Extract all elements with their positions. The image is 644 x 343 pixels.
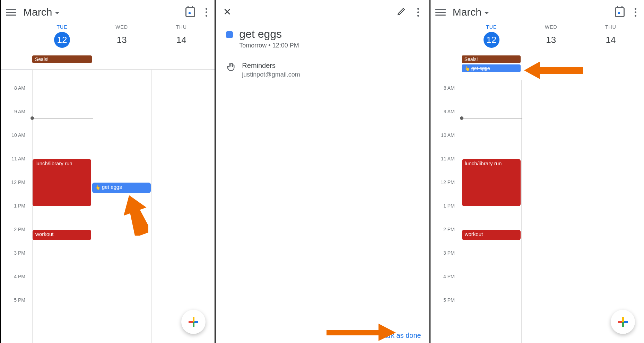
time-grid[interactable]: 8 AM 9 AM 10 AM 11 AM 12 PM 1 PM 2 PM 3 … [430, 80, 644, 343]
reminder-subtitle: Tomorrow • 12:00 PM [239, 42, 299, 49]
allday-row: Seals! [32, 55, 211, 63]
calendar-panel-before: March TUE 12 WED 13 THU 14 Seals! [0, 0, 215, 343]
plus-icon [618, 317, 628, 327]
month-picker[interactable]: March [453, 6, 489, 18]
svg-marker-2 [378, 324, 396, 341]
grid-col-thu [581, 80, 641, 343]
reminder-get-eggs[interactable]: 👆get eggs [92, 183, 151, 193]
reminders-account-icon [226, 62, 236, 71]
month-label: March [453, 6, 481, 18]
reminder-color-chip [226, 31, 233, 38]
annotation-arrow [124, 194, 148, 237]
event-workout[interactable]: workout [462, 230, 521, 240]
svg-marker-0 [124, 194, 148, 236]
day-header-wed[interactable]: WED 13 [521, 24, 581, 48]
current-time-indicator [32, 118, 93, 118]
chevron-down-icon [55, 12, 60, 14]
menu-icon[interactable] [6, 7, 16, 17]
create-fab[interactable] [181, 310, 206, 334]
grid-col-tue: lunch/library run workout [32, 70, 92, 343]
annotation-arrow [327, 324, 396, 342]
svg-marker-3 [524, 62, 583, 79]
plus-icon [189, 317, 198, 327]
current-time-indicator [462, 118, 522, 118]
detail-overflow-menu-icon[interactable] [415, 7, 422, 17]
allday-event-seals[interactable]: Seals! [462, 55, 521, 63]
calendar-panel-after: March TUE 12 WED 13 THU 14 Seals! [429, 0, 644, 343]
reminder-get-eggs-done[interactable]: 👆get eggs [462, 64, 521, 72]
day-header-row: TUE 12 WED 13 THU 14 [462, 24, 641, 48]
grid-col-thu [151, 70, 211, 343]
day-header-tue[interactable]: TUE 12 [462, 24, 521, 48]
day-header-tue[interactable]: TUE 12 [32, 24, 92, 48]
grid-col-tue: lunch/library run workout [462, 80, 521, 343]
reminder-icon: 👆 [464, 66, 470, 71]
month-picker[interactable]: March [23, 6, 60, 18]
reminder-icon: 👆 [95, 185, 101, 190]
svg-rect-1 [327, 330, 378, 335]
menu-icon[interactable] [435, 7, 446, 17]
chevron-down-icon [484, 12, 489, 14]
today-icon[interactable] [185, 7, 195, 17]
annotation-arrow [524, 62, 583, 80]
hour-labels: 8 AM 9 AM 10 AM 11 AM 12 PM 1 PM 2 PM 3 … [1, 69, 29, 343]
event-lunch[interactable]: lunch/library run [462, 159, 521, 206]
event-lunch[interactable]: lunch/library run [33, 159, 91, 206]
account-label: Reminders [242, 62, 300, 70]
overflow-menu-icon[interactable] [632, 7, 639, 17]
day-header-row: TUE 12 WED 13 THU 14 [32, 24, 211, 48]
overflow-menu-icon[interactable] [203, 7, 210, 17]
today-icon[interactable] [615, 7, 625, 17]
time-grid[interactable]: 8 AM 9 AM 10 AM 11 AM 12 PM 1 PM 2 PM 3 … [1, 69, 215, 343]
reminder-detail-panel: ✕ get eggs Tomorrow • 12:00 PM [215, 0, 429, 343]
allday-event-seals[interactable]: Seals! [32, 55, 92, 63]
day-header-thu[interactable]: THU 14 [581, 24, 641, 48]
month-label: March [23, 6, 52, 18]
edit-icon[interactable] [397, 7, 406, 17]
close-icon[interactable]: ✕ [223, 7, 231, 17]
reminder-title: get eggs [239, 28, 299, 41]
day-header-wed[interactable]: WED 13 [92, 24, 151, 48]
create-fab[interactable] [611, 310, 635, 334]
account-email: justinpot@gmail.com [242, 71, 300, 78]
day-header-thu[interactable]: THU 14 [151, 24, 211, 48]
hour-labels: 8 AM 9 AM 10 AM 11 AM 12 PM 1 PM 2 PM 3 … [430, 80, 458, 343]
event-workout[interactable]: workout [33, 230, 91, 240]
grid-col-wed [521, 80, 581, 343]
